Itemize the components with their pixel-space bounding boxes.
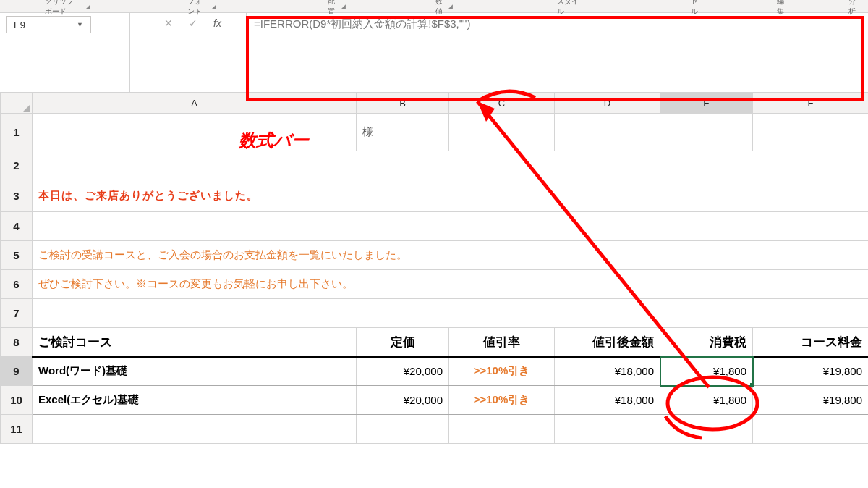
row-header-10[interactable]: 10	[1, 386, 33, 415]
table-header-after[interactable]: 値引後金額	[555, 328, 660, 357]
enter-formula-icon[interactable]: ✓	[189, 17, 197, 29]
row-header-1[interactable]: 1	[1, 114, 33, 151]
row-header-4[interactable]: 4	[1, 212, 33, 241]
discount-1[interactable]: >>10%引き	[449, 357, 555, 386]
ribbon-group-labels: クリップボード◢ フォント◢ 配置◢ 数値◢ スタイル セル 編集 分析	[0, 0, 868, 13]
cell-C1[interactable]	[449, 114, 555, 151]
col-header-E[interactable]: E	[660, 93, 753, 114]
col-header-F[interactable]: F	[753, 93, 869, 114]
row-header-9[interactable]: 9	[1, 357, 33, 386]
cell-B11[interactable]	[357, 415, 449, 444]
formula-input[interactable]: =IFERROR(D9*初回納入金額の計算!$F$3,"")	[246, 13, 868, 92]
cell-D1[interactable]	[555, 114, 660, 151]
cell-F1[interactable]	[753, 114, 869, 151]
course-name-1[interactable]: Word(ワード)基礎	[33, 357, 357, 386]
cancel-formula-icon[interactable]: ✕	[164, 17, 173, 29]
row-header-11[interactable]: 11	[1, 415, 33, 444]
cell-A11[interactable]	[33, 415, 357, 444]
table-header-discount[interactable]: 値引率	[449, 328, 555, 357]
cell-D11[interactable]	[555, 415, 660, 444]
cell-E11[interactable]	[660, 415, 753, 444]
name-box-value: E9	[14, 20, 25, 30]
row-header-7[interactable]: 7	[1, 299, 33, 328]
row-header-6[interactable]: 6	[1, 270, 33, 299]
cell-B1[interactable]: 様	[357, 114, 449, 151]
col-header-B[interactable]: B	[357, 93, 449, 114]
row-header-3[interactable]: 3	[1, 180, 33, 212]
tax-value-1: ¥1,800	[713, 365, 746, 377]
course-name-2[interactable]: Excel(エクセル)基礎	[33, 386, 357, 415]
price-2[interactable]: ¥20,000	[357, 386, 449, 415]
fx-icon[interactable]: fx	[213, 17, 221, 29]
total-2[interactable]: ¥19,800	[753, 386, 869, 415]
chevron-down-icon[interactable]: ▼	[77, 21, 83, 28]
row-header-2[interactable]: 2	[1, 151, 33, 180]
active-cell-E9[interactable]: ¥1,800	[660, 357, 753, 386]
table-header-course[interactable]: ご検討コース	[33, 328, 357, 357]
table-header-price[interactable]: 定価	[357, 328, 449, 357]
spreadsheet-grid[interactable]: A B C D E F 1 様 2 3 本日は、ご来店ありがとうございました。 …	[0, 93, 868, 444]
cell-A7[interactable]	[33, 299, 869, 328]
row-header-8[interactable]: 8	[1, 328, 33, 357]
after-2[interactable]: ¥18,000	[555, 386, 660, 415]
divider-row[interactable]	[33, 212, 869, 241]
table-header-tax[interactable]: 消費税	[660, 328, 753, 357]
info-line-2[interactable]: ぜひご検討下さい。※コースの変更もお気軽にお申し出下さい。	[33, 270, 869, 299]
table-header-total[interactable]: コース料金	[753, 328, 869, 357]
price-1[interactable]: ¥20,000	[357, 357, 449, 386]
row-header-5[interactable]: 5	[1, 241, 33, 270]
tax-2[interactable]: ¥1,800	[660, 386, 753, 415]
info-line-1[interactable]: ご検討の受講コースと、ご入会の場合のお支払金額を一覧にいたしました。	[33, 241, 869, 270]
cell-F11[interactable]	[753, 415, 869, 444]
col-header-A[interactable]: A	[33, 93, 357, 114]
cell-A2[interactable]	[33, 151, 869, 180]
after-1[interactable]: ¥18,000	[555, 357, 660, 386]
greeting-message[interactable]: 本日は、ご来店ありがとうございました。	[33, 180, 869, 212]
annotation-label: 数式バー	[239, 129, 309, 152]
name-box[interactable]: E9 ▼	[6, 16, 91, 33]
col-header-D[interactable]: D	[555, 93, 660, 114]
col-header-C[interactable]: C	[449, 93, 555, 114]
discount-2[interactable]: >>10%引き	[449, 386, 555, 415]
fill-handle[interactable]	[750, 383, 753, 386]
cell-E1[interactable]	[660, 114, 753, 151]
total-1[interactable]: ¥19,800	[753, 357, 869, 386]
select-all-corner[interactable]	[1, 93, 33, 114]
formula-bar-row: E9 ▼ ✕ ✓ fx =IFERROR(D9*初回納入金額の計算!$F$3,"…	[0, 13, 868, 93]
cell-C11[interactable]	[449, 415, 555, 444]
